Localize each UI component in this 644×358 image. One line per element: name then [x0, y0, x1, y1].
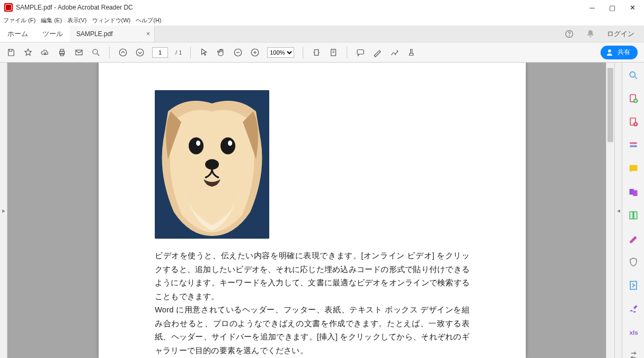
svg-rect-33 [630, 282, 637, 290]
svg-point-21 [630, 72, 635, 77]
zoom-select[interactable]: 100% [267, 47, 294, 58]
mail-icon[interactable] [74, 48, 84, 57]
page-number-input[interactable] [152, 47, 168, 58]
maximize-button[interactable]: ▢ [609, 4, 615, 12]
window-title: SAMPLE.pdf - Adobe Acrobat Reader DC [16, 4, 133, 11]
star-icon[interactable] [23, 48, 33, 57]
svg-point-14 [608, 49, 611, 52]
search-tool-icon[interactable] [628, 70, 639, 81]
scrollbar-thumb[interactable] [607, 68, 613, 142]
tab-home[interactable]: ホーム [7, 29, 28, 39]
svg-point-17 [220, 137, 235, 154]
svg-point-1 [569, 36, 570, 36]
embedded-image [155, 90, 269, 239]
svg-point-16 [189, 137, 204, 154]
zoom-dropdown[interactable]: 100% [267, 47, 294, 58]
menu-file[interactable]: ファイル (F) [3, 16, 36, 24]
svg-rect-27 [630, 145, 637, 147]
menu-edit[interactable]: 編集 (E) [41, 16, 62, 24]
create-pdf-icon[interactable] [628, 117, 639, 127]
search-icon[interactable] [91, 48, 101, 57]
separator [190, 47, 191, 58]
redact-icon[interactable] [628, 233, 639, 244]
edit-pdf-icon[interactable] [628, 140, 639, 151]
fit-page-icon[interactable] [329, 48, 338, 57]
right-panel-handle[interactable]: ◂ [614, 63, 622, 358]
svg-point-20 [205, 159, 219, 170]
minimize-button[interactable]: ─ [589, 4, 595, 12]
compress-icon[interactable] [628, 280, 639, 291]
tabbar: ホーム ツール SAMPLE.pdf × ログイン [0, 25, 644, 42]
pdf-page: ビデオを使うと、伝えたい内容を明確に表現できます。[オンライン ビデオ] をクリ… [99, 63, 526, 358]
document-tab[interactable]: SAMPLE.pdf × [70, 25, 155, 42]
save-icon[interactable] [6, 48, 16, 57]
separator [347, 47, 347, 58]
svg-point-6 [93, 49, 98, 54]
comment-tool-icon[interactable] [628, 163, 639, 174]
combine-icon[interactable] [628, 187, 639, 197]
toolbar: / 1 100% 共有 [0, 42, 644, 63]
comment-icon[interactable] [356, 48, 365, 57]
document-tab-label: SAMPLE.pdf [76, 30, 113, 38]
svg-rect-3 [60, 49, 64, 51]
svg-rect-28 [629, 165, 637, 171]
titlebar: SAMPLE.pdf - Adobe Acrobat Reader DC ─ ▢… [0, 0, 644, 15]
help-icon[interactable] [564, 29, 574, 39]
login-link[interactable]: ログイン [607, 29, 634, 39]
hand-icon[interactable] [216, 48, 226, 57]
fill-sign-icon[interactable] [628, 303, 639, 314]
page-down-icon[interactable] [135, 48, 145, 57]
svg-rect-11 [315, 49, 319, 55]
workspace: ▸ [0, 63, 644, 358]
svg-text:xls: xls [629, 329, 638, 336]
svg-rect-4 [60, 53, 64, 56]
window-controls: ─ ▢ ✕ [589, 4, 640, 12]
more-tools-icon[interactable]: xls [628, 327, 639, 337]
close-button[interactable]: ✕ [629, 4, 636, 12]
separator [109, 47, 110, 58]
svg-rect-13 [357, 49, 364, 54]
export-pdf-icon[interactable] [628, 93, 639, 104]
svg-rect-31 [630, 212, 633, 219]
share-label: 共有 [617, 48, 630, 57]
tabbar-right: ログイン [555, 29, 644, 39]
paragraph: ビデオを使うと、伝えたい内容を明確に表現できます。[オンライン ビデオ] をクリ… [155, 249, 470, 303]
sign-icon[interactable] [390, 48, 399, 57]
svg-rect-26 [630, 142, 637, 144]
svg-rect-30 [633, 190, 637, 196]
zoom-out-icon[interactable] [233, 48, 243, 57]
page-area: ビデオを使うと、伝えたい内容を明確に表現できます。[オンライン ビデオ] をクリ… [7, 63, 614, 358]
zoom-in-icon[interactable] [250, 48, 260, 57]
left-panel-handle[interactable]: ▸ [0, 63, 7, 358]
cloud-icon[interactable] [40, 48, 50, 57]
menu-help[interactable]: ヘルプ(H) [136, 16, 161, 24]
svg-point-8 [136, 49, 144, 56]
protect-icon[interactable] [628, 257, 639, 267]
organize-icon[interactable] [628, 210, 639, 221]
svg-rect-32 [633, 212, 637, 219]
page-up-icon[interactable] [118, 48, 128, 57]
document-body: ビデオを使うと、伝えたい内容を明確に表現できます。[オンライン ビデオ] をクリ… [155, 249, 470, 358]
app-icon [4, 3, 13, 12]
fit-width-icon[interactable] [312, 48, 321, 57]
tools-panel: xls [622, 63, 644, 358]
tab-tools[interactable]: ツール [42, 29, 63, 39]
stamp-icon[interactable] [407, 48, 416, 57]
menu-view[interactable]: 表示(V) [67, 16, 87, 24]
close-tab-icon[interactable]: × [146, 30, 150, 38]
convert-icon[interactable] [628, 350, 639, 358]
pointer-icon[interactable] [199, 48, 209, 57]
primary-tabs: ホーム ツール [0, 25, 70, 42]
share-button[interactable]: 共有 [601, 46, 638, 59]
highlight-icon[interactable] [373, 48, 382, 57]
svg-point-7 [119, 49, 127, 56]
bell-icon[interactable] [586, 29, 595, 39]
vertical-scrollbar[interactable] [606, 63, 614, 358]
svg-point-19 [228, 141, 232, 146]
svg-point-18 [196, 141, 200, 146]
print-icon[interactable] [57, 48, 67, 57]
menubar: ファイル (F) 編集 (E) 表示(V) ウィンドウ(W) ヘルプ(H) [0, 15, 644, 25]
menu-window[interactable]: ウィンドウ(W) [92, 16, 131, 24]
paragraph: Word に用意されているヘッダー、フッター、表紙、テキスト ボックス デザイン… [155, 303, 470, 357]
separator [303, 47, 303, 58]
